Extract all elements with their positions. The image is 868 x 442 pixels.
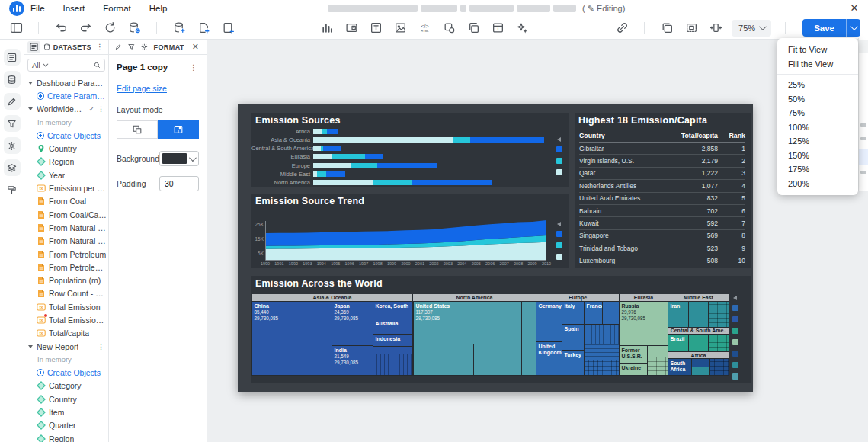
zoom-menu-item[interactable]: Fit to View — [777, 43, 858, 57]
treemap-cell[interactable]: Germany — [536, 302, 562, 341]
treemap-cell[interactable]: Brazil — [668, 335, 688, 351]
zoom-menu-item[interactable]: 100% — [777, 120, 858, 135]
table-row[interactable]: United Arab Emirates8325 — [579, 193, 745, 205]
insert-text-icon[interactable] — [368, 20, 385, 37]
stacked-bar[interactable] — [313, 129, 338, 134]
treemap-cell[interactable]: FormerU.S.S.R. — [620, 346, 647, 363]
refresh-icon[interactable] — [101, 20, 118, 37]
treemap-cell[interactable] — [373, 354, 412, 375]
treemap-cell[interactable] — [648, 346, 668, 357]
collapse-triangle-icon[interactable] — [28, 107, 33, 110]
treemap-cell[interactable]: Spain — [562, 325, 584, 350]
bar-segment[interactable] — [470, 137, 544, 143]
menu-format[interactable]: Format — [103, 4, 130, 13]
zoom-menu-item[interactable]: 75% — [777, 106, 858, 120]
dataset-field[interactable]: Region — [28, 432, 107, 442]
dataset-field[interactable]: From Natural Gas — [28, 221, 107, 234]
treemap-cell[interactable] — [710, 359, 729, 375]
sidebar-toggle-icon[interactable] — [8, 20, 24, 37]
table-row[interactable]: Luxembourg50810 — [579, 255, 745, 267]
table-row[interactable]: Bahrain7026 — [579, 205, 745, 217]
zoom-menu-item[interactable]: 150% — [777, 149, 858, 163]
dataset-field[interactable]: Category — [28, 380, 107, 392]
treemap-cell[interactable] — [373, 347, 412, 354]
legend-swatch[interactable] — [732, 362, 738, 368]
dataset-group[interactable]: Worldwide-CO...✓⋮ — [28, 103, 107, 116]
snapshot-icon[interactable] — [683, 20, 700, 37]
treemap-cell[interactable] — [692, 359, 709, 367]
legend-swatch[interactable] — [732, 373, 738, 380]
treemap-cell[interactable] — [648, 357, 668, 375]
dataset-field[interactable]: fxTotal Emission R... — [28, 313, 107, 326]
dataset-field[interactable]: Region — [28, 155, 107, 168]
item-menu-icon[interactable]: ⋮ — [98, 105, 107, 113]
create-action[interactable]: Create Objects — [28, 367, 107, 380]
add-report-icon[interactable] — [195, 20, 212, 37]
menu-insert[interactable]: Insert — [63, 4, 85, 13]
bar-segment[interactable] — [332, 154, 365, 159]
filter-rail-icon[interactable] — [4, 115, 21, 132]
background-color-picker[interactable] — [159, 151, 199, 166]
free-layout-button[interactable] — [117, 120, 158, 139]
treemap-cell[interactable]: Korea, South — [373, 302, 412, 319]
report-list-icon[interactable] — [4, 49, 21, 66]
share-link-icon[interactable] — [613, 20, 630, 37]
treemap-cell[interactable] — [709, 302, 729, 327]
bar-segment[interactable] — [313, 163, 351, 168]
dataset-field[interactable]: fxTotal Emission — [28, 300, 107, 313]
legend-expand-icon[interactable] — [557, 222, 561, 226]
treemap-group-header[interactable]: Europe — [536, 294, 619, 301]
treemap-cell[interactable]: Italy — [562, 302, 584, 324]
edit-page-size-link[interactable]: Edit page size — [117, 84, 167, 93]
treemap-cell[interactable]: Ukraine — [620, 364, 647, 375]
treemap-cell[interactable]: Indonesia — [373, 335, 412, 346]
legend-swatch[interactable] — [556, 158, 562, 164]
datasets-menu-icon[interactable]: ⋮ — [94, 43, 105, 51]
edit-rail-icon[interactable] — [4, 93, 21, 110]
treemap-cell[interactable] — [603, 302, 619, 324]
treemap-cell[interactable]: Japan24,36929,730,085 — [332, 302, 373, 345]
copy-page-icon[interactable] — [658, 20, 675, 37]
bar-segment[interactable] — [317, 171, 326, 177]
treemap-group-header[interactable]: Africa — [668, 352, 729, 358]
dataset-settings-icon[interactable] — [126, 20, 143, 37]
duplicate-widget-icon[interactable] — [466, 20, 482, 37]
column-header[interactable]: Rank — [718, 132, 745, 139]
treemap-cell[interactable] — [414, 344, 473, 375]
insert-shapes-icon[interactable] — [441, 20, 458, 37]
insert-html-icon[interactable]: </>HTML — [417, 20, 434, 37]
treemap-cell[interactable] — [585, 344, 619, 360]
treemap-cell[interactable]: Australia — [373, 319, 412, 334]
legend-swatch[interactable] — [556, 169, 562, 175]
layers-rail-icon[interactable] — [4, 159, 21, 176]
stacked-bar[interactable] — [313, 180, 492, 185]
dataset-field[interactable]: fxEmission per Ca... — [28, 181, 107, 194]
table-row[interactable]: Netherlands Antilles1,0774 — [579, 180, 745, 192]
treemap-group-header[interactable]: Middle East — [668, 294, 729, 301]
zoom-menu-item[interactable]: 25% — [777, 78, 858, 92]
embed-frame-icon[interactable] — [707, 20, 724, 37]
bar-segment[interactable] — [351, 163, 377, 168]
treemap-cell[interactable] — [522, 344, 536, 375]
bar-segment[interactable] — [327, 129, 338, 134]
dataset-field[interactable]: Country — [28, 392, 107, 405]
dataset-field[interactable]: From Petroleum — [28, 248, 107, 261]
emission-capita-table[interactable]: Highest 18 Emission/Capita CountryTotal/… — [575, 113, 751, 268]
treemap-cell[interactable]: Russia29,97629,730,085 — [620, 302, 668, 345]
close-icon[interactable]: ✕ — [848, 2, 860, 14]
legend-swatch[interactable] — [732, 339, 738, 345]
add-dataset-icon[interactable] — [171, 20, 187, 37]
collapse-triangle-icon[interactable] — [28, 345, 33, 348]
emission-trend-chart[interactable]: Emission Source Trend 5K15K25K1990199119… — [251, 194, 569, 268]
zoom-menu-item[interactable]: 200% — [777, 177, 858, 191]
dataset-field[interactable]: fxTotal/capita — [28, 327, 107, 340]
dataset-field[interactable]: From Petroleum/... — [28, 261, 107, 274]
menu-file[interactable]: File — [30, 4, 45, 13]
dataset-search-bar[interactable]: All — [27, 59, 105, 72]
treemap-cell[interactable] — [689, 315, 708, 327]
legend-swatch[interactable] — [556, 146, 562, 152]
close-format-panel-icon[interactable]: ✕ — [191, 42, 200, 52]
undo-icon[interactable] — [53, 20, 69, 37]
table-row[interactable]: Virgin Islands, U.S.2,1792 — [579, 155, 745, 167]
treemap-group-header[interactable]: North America — [413, 294, 536, 301]
